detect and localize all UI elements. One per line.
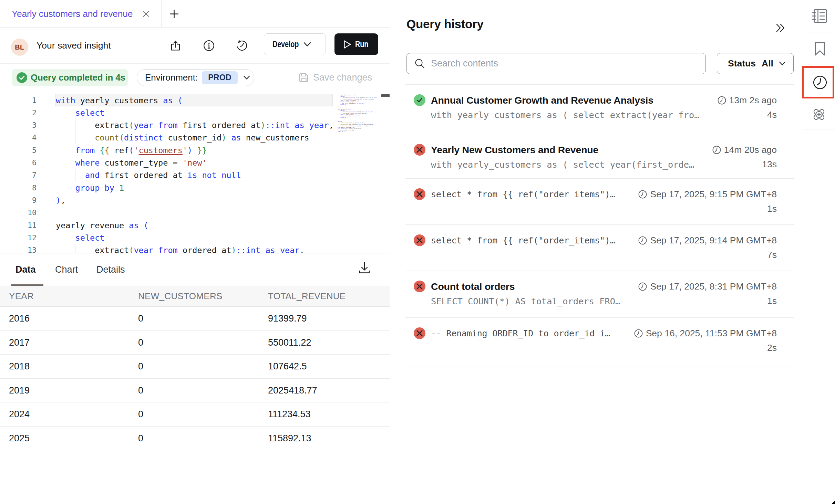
history-icon[interactable] bbox=[236, 40, 248, 51]
error-x-icon bbox=[416, 330, 423, 337]
avatar[interactable]: BL bbox=[11, 39, 28, 56]
bookmark-icon[interactable] bbox=[814, 42, 825, 56]
table-cell: 115892.13 bbox=[268, 427, 311, 451]
dbt-icon[interactable] bbox=[812, 107, 827, 122]
clock-icon bbox=[712, 146, 721, 154]
table-row[interactable]: 20240111234.53 bbox=[0, 402, 390, 427]
search-input[interactable] bbox=[431, 58, 693, 69]
code-line-5: 5 from {{ ref('customers') }} bbox=[0, 144, 333, 157]
minimap-line: order by 1 bbox=[338, 131, 344, 132]
table-row[interactable]: 20170550011.22 bbox=[0, 331, 390, 355]
tab-close-icon[interactable] bbox=[142, 10, 150, 18]
history-item-duration: 13s bbox=[762, 159, 777, 170]
tab-yearly-customers-and-revenue[interactable]: Yearly customers and revenue bbox=[12, 0, 133, 28]
code-line-1: 1with yearly_customers as ( bbox=[0, 94, 333, 107]
app-window: Yearly customers and revenue BL Your sav… bbox=[0, 0, 835, 504]
save-changes-label: Save changes bbox=[313, 72, 372, 83]
table-row[interactable]: 20250115892.13 bbox=[0, 427, 390, 451]
notebook-icon[interactable] bbox=[812, 9, 827, 23]
history-item[interactable]: select * from {{ ref("order_items")…Sep … bbox=[405, 224, 794, 271]
history-item-time: Sep 17, 2025, 9:15 PM GMT+8 bbox=[638, 189, 777, 200]
table-cell: 2019 bbox=[9, 379, 30, 403]
history-item-time: Sep 17, 2025, 9:14 PM GMT+8 bbox=[638, 235, 777, 246]
clock-icon bbox=[638, 236, 647, 245]
play-icon bbox=[343, 40, 351, 49]
code-line-8: 8 group by 1 bbox=[0, 182, 333, 194]
table-row[interactable]: 20180107642.5 bbox=[0, 355, 390, 379]
code-line-6: 6 where customer_type = 'new' bbox=[0, 157, 333, 169]
history-item-title: Count total orders bbox=[431, 281, 515, 292]
table-cell: 2018 bbox=[9, 355, 30, 379]
status-filter-label: Status bbox=[728, 58, 756, 69]
info-icon[interactable] bbox=[203, 40, 215, 51]
table-cell: 91399.79 bbox=[268, 307, 307, 331]
collapse-panel-icon[interactable] bbox=[776, 23, 785, 32]
table-cell: 2025418.77 bbox=[268, 379, 317, 403]
environment-value-badge: PROD bbox=[202, 71, 238, 84]
history-item-sql-preview: with yearly_customers as ( select extrac… bbox=[431, 110, 700, 120]
error-x-icon bbox=[416, 237, 423, 244]
save-icon bbox=[298, 72, 309, 83]
results-tab-chart[interactable]: Chart bbox=[55, 253, 78, 286]
editor-minimap[interactable]: with yearly_customers as ( select extrac… bbox=[338, 94, 380, 253]
history-item-title: select * from {{ ref("order_items")… bbox=[431, 235, 615, 245]
code-line-12: 12 select bbox=[0, 232, 333, 244]
history-item-duration: 1s bbox=[767, 203, 777, 214]
history-item-title: -- Renaming ORDER_ID to order_id i… bbox=[431, 328, 610, 338]
history-item[interactable]: Yearly New Customers and Revenue14m 20s … bbox=[405, 134, 794, 178]
share-icon[interactable] bbox=[170, 40, 181, 51]
chevron-down-icon bbox=[243, 75, 250, 80]
clock-icon bbox=[718, 96, 726, 105]
develop-button[interactable]: Develop bbox=[264, 33, 326, 55]
history-item[interactable]: Annual Customer Growth and Revenue Analy… bbox=[405, 84, 794, 134]
history-item-sql-preview: SELECT COUNT(*) AS total_orders FRO… bbox=[431, 296, 620, 306]
table-body: 2016091399.7920170550011.2220180107642.5… bbox=[0, 307, 390, 450]
code-line-13: 13 extract(year from ordered_at)::int as… bbox=[0, 244, 333, 253]
insight-title: Your saved insight bbox=[37, 28, 111, 64]
toolbar: BL Your saved insight Develop bbox=[0, 28, 390, 64]
query-status-badge: Query completed in 4s bbox=[12, 69, 128, 86]
table-row[interactable]: 201902025418.77 bbox=[0, 379, 390, 403]
query-status-label: Query completed in 4s bbox=[31, 72, 125, 83]
table-cell: 2017 bbox=[9, 331, 30, 355]
column-header-year: YEAR bbox=[9, 286, 34, 307]
save-changes-button[interactable]: Save changes bbox=[298, 69, 372, 86]
results-tab-data[interactable]: Data bbox=[16, 253, 36, 286]
rail-divider bbox=[803, 32, 835, 32]
run-button[interactable]: Run bbox=[334, 33, 378, 55]
new-tab-button[interactable] bbox=[169, 9, 179, 19]
environment-label: Environment: bbox=[145, 72, 198, 83]
history-item-duration: 4s bbox=[767, 109, 777, 120]
history-item-time: 13m 2s ago bbox=[718, 95, 777, 106]
history-item[interactable]: Count total ordersSep 17, 2025, 8:31 PM … bbox=[405, 271, 794, 317]
download-icon[interactable] bbox=[358, 262, 371, 275]
status-icon bbox=[414, 234, 425, 246]
environment-select[interactable]: Environment: PROD bbox=[137, 69, 254, 86]
history-item[interactable]: select * from {{ ref("order_items")…Sep … bbox=[405, 178, 794, 224]
sql-editor[interactable]: 1with yearly_customers as (2 select3 ext… bbox=[0, 94, 390, 253]
history-item[interactable]: -- Renaming ORDER_ID to order_id i…Sep 1… bbox=[405, 317, 794, 367]
results-tab-details[interactable]: Details bbox=[96, 253, 125, 286]
table-cell: 111234.53 bbox=[268, 402, 311, 427]
check-circle-icon bbox=[17, 72, 27, 83]
table-cell: 0 bbox=[138, 379, 143, 403]
status-icon bbox=[414, 327, 425, 339]
editor-scrollbar-thumb[interactable] bbox=[381, 94, 390, 97]
status-filter-select[interactable]: Status All bbox=[717, 53, 794, 74]
develop-button-label: Develop bbox=[272, 39, 299, 50]
clock-icon bbox=[634, 329, 643, 338]
history-item-duration: 2s bbox=[767, 343, 777, 353]
history-item-time: Sep 16, 2025, 11:53 PM GMT+8 bbox=[634, 328, 777, 339]
tab-separator bbox=[161, 0, 162, 28]
table-cell: 0 bbox=[138, 355, 143, 379]
clock-icon bbox=[638, 190, 647, 199]
cursor-artifact bbox=[831, 500, 835, 504]
table-cell: 0 bbox=[138, 402, 143, 427]
annotation-highlight-box bbox=[802, 66, 834, 98]
table-cell: 2016 bbox=[9, 307, 30, 331]
table-cell: 2024 bbox=[9, 402, 30, 427]
table-row[interactable]: 2016091399.79 bbox=[0, 307, 390, 331]
code-line-7: 7 and first_ordered_at is not null bbox=[0, 169, 333, 181]
table-cell: 107642.5 bbox=[268, 355, 307, 379]
search-icon bbox=[414, 58, 425, 69]
